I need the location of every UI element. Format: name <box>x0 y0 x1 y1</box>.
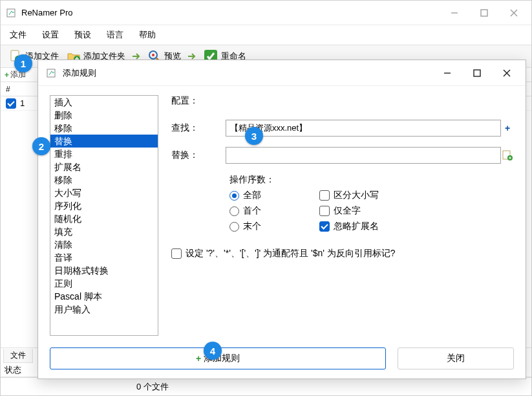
dialog-maximize-button[interactable] <box>462 63 492 83</box>
replace-input[interactable] <box>226 147 501 164</box>
rule-item-case[interactable]: 大小写 <box>50 186 158 199</box>
rule-item-pascal[interactable]: Pascal 脚本 <box>50 290 158 303</box>
callout-badge-3: 3 <box>245 127 263 145</box>
seq-label: 操作序数： <box>229 174 514 186</box>
rule-item-padding[interactable]: 填充 <box>50 225 158 238</box>
rule-item-replace[interactable]: 替换 <box>50 135 158 148</box>
close-dialog-button[interactable]: 关闭 <box>398 347 514 369</box>
app-logo-icon <box>6 7 17 19</box>
rule-item-randomize[interactable]: 随机化 <box>50 212 158 225</box>
callout-badge-2: 2 <box>32 137 50 155</box>
option-whole-word[interactable]: 仅全字 <box>319 205 379 217</box>
files-tab[interactable]: 文件 <box>3 349 33 363</box>
rule-item-cleanup[interactable]: 清除 <box>50 238 158 251</box>
dialog-icon <box>46 67 58 79</box>
option-wildcard[interactable]: 设定 '?'、'*'、'['、']' 为通配符且 '$n' 为反向引用标记? <box>171 248 396 259</box>
plus-icon: + <box>196 353 201 364</box>
rule-item-translit[interactable]: 音译 <box>50 251 158 264</box>
add-rule-dialog: 添加规则 插入 删除 移除 替换 重排 扩展名 移除 大小写 序列化 随机化 填… <box>37 60 526 379</box>
rule-item-regex[interactable]: 正则 <box>50 277 158 290</box>
rule-item-insert[interactable]: 插入 <box>50 96 158 109</box>
menu-preset[interactable]: 预设 <box>70 28 95 42</box>
rule-item-date[interactable]: 日期格式转换 <box>50 264 158 277</box>
find-label: 查找： <box>171 122 204 134</box>
callout-badge-4: 4 <box>204 342 222 360</box>
dialog-title: 添加规则 <box>63 67 432 79</box>
plus-icon: + <box>5 71 9 80</box>
seq-option-first[interactable]: 首个 <box>229 205 261 217</box>
dialog-titlebar: 添加规则 <box>38 60 526 86</box>
rule-type-list[interactable]: 插入 删除 移除 替换 重排 扩展名 移除 大小写 序列化 随机化 填充 清除 … <box>50 95 158 336</box>
replace-meta-icon[interactable] <box>501 150 514 160</box>
option-wildcard-label: 设定 '?'、'*'、'['、']' 为通配符且 '$n' 为反向引用标记? <box>186 248 396 259</box>
rule-item-remove[interactable]: 移除 <box>50 122 158 135</box>
rule-item-rearrange[interactable]: 重排 <box>50 148 158 160</box>
config-panel: 配置： 查找： + 替换： 操作序数： 全部 <box>171 95 514 340</box>
main-titlebar: ReNamer Pro <box>1 1 531 25</box>
option-case-sensitive[interactable]: 区分大小写 <box>319 190 379 201</box>
dialog-minimize-button[interactable] <box>432 63 462 83</box>
menu-language[interactable]: 语言 <box>103 28 127 42</box>
close-dialog-label: 关闭 <box>447 353 465 364</box>
maximize-button[interactable] <box>469 3 499 23</box>
dialog-close-button[interactable] <box>492 63 522 83</box>
main-statusbar: 0 个文件 <box>1 377 531 395</box>
app-title: ReNamer Pro <box>21 8 440 17</box>
hash-header-label: # <box>6 85 10 94</box>
svg-rect-2 <box>481 10 487 16</box>
row-index: 1 <box>20 98 25 108</box>
config-header: 配置： <box>171 95 514 107</box>
option-skip-extension[interactable]: 忽略扩展名 <box>319 221 379 232</box>
replace-label: 替换： <box>171 149 204 161</box>
find-plus-icon[interactable]: + <box>501 123 514 133</box>
seq-option-all[interactable]: 全部 <box>229 190 261 201</box>
menu-settings[interactable]: 设置 <box>38 28 63 42</box>
svg-rect-0 <box>7 9 15 17</box>
rule-item-serialize[interactable]: 序列化 <box>50 199 158 212</box>
svg-rect-12 <box>47 69 55 77</box>
seq-option-last[interactable]: 末个 <box>229 221 261 232</box>
row-checkbox[interactable] <box>6 98 16 109</box>
rule-item-delete[interactable]: 删除 <box>50 109 158 122</box>
callout-badge-1: 1 <box>14 54 32 72</box>
close-button[interactable] <box>499 3 529 23</box>
rule-item-strip[interactable]: 移除 <box>50 173 158 186</box>
svg-rect-14 <box>474 70 480 76</box>
rule-item-userinput[interactable]: 用户输入 <box>50 303 158 316</box>
find-input[interactable] <box>226 120 501 137</box>
rule-item-extension[interactable]: 扩展名 <box>50 160 158 173</box>
status-file-count: 0 个文件 <box>136 381 169 393</box>
menu-help[interactable]: 帮助 <box>135 28 160 42</box>
minimize-button[interactable] <box>440 3 469 23</box>
svg-point-10 <box>152 54 154 56</box>
menu-file[interactable]: 文件 <box>6 28 30 42</box>
main-menu: 文件 设置 预设 语言 帮助 <box>1 25 531 45</box>
